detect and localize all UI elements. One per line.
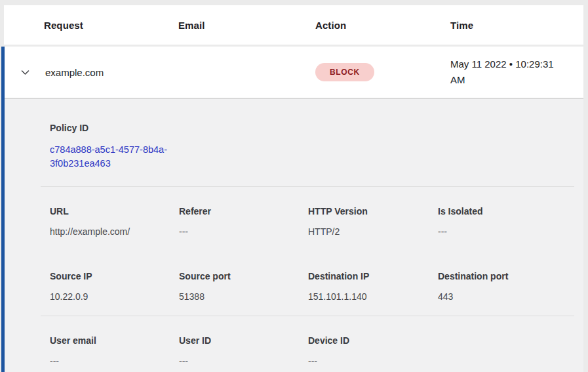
detail-field-is-isolated: Is Isolated --- — [438, 206, 583, 237]
field-label: Is Isolated — [438, 206, 583, 217]
field-label: Referer — [179, 206, 308, 217]
field-value: 151.101.1.140 — [308, 291, 438, 302]
detail-row-user: User email --- User ID --- Device ID --- — [5, 335, 583, 366]
field-value: --- — [179, 226, 308, 237]
detail-field-device-id: Device ID --- — [308, 335, 438, 366]
field-value: 51388 — [179, 291, 308, 302]
field-label: Destination IP — [308, 271, 438, 281]
policy-id-link[interactable]: c784a888-a5c1-4577-8b4a-3f0b231ea463 — [50, 143, 184, 171]
section-divider — [41, 316, 574, 316]
action-cell: BLOCK — [315, 63, 450, 81]
policy-id-label: Policy ID — [50, 123, 583, 133]
field-value: --- — [308, 356, 438, 366]
column-header-request: Request — [44, 20, 178, 31]
detail-panel: Policy ID c784a888-a5c1-4577-8b4a-3f0b23… — [5, 98, 583, 372]
column-header-action: Action — [315, 20, 450, 31]
detail-row-http: URL http://example.com/ Referer --- HTTP… — [5, 206, 583, 237]
timestamp: May 11 2022 • 10:29:31 AM — [450, 56, 568, 88]
detail-field-source-port: Source port 51388 — [179, 271, 308, 302]
field-value: 443 — [438, 291, 583, 302]
detail-field-http-version: HTTP Version HTTP/2 — [308, 206, 438, 237]
detail-field-url: URL http://example.com/ — [50, 206, 179, 237]
field-value: HTTP/2 — [308, 226, 438, 237]
field-label: Source IP — [50, 271, 179, 281]
chevron-down-icon — [20, 67, 31, 78]
detail-field-user-email: User email --- — [50, 335, 179, 366]
field-label: HTTP Version — [308, 206, 438, 217]
field-label: Device ID — [308, 335, 438, 346]
field-label: User ID — [179, 335, 308, 346]
field-label: Source port — [179, 271, 308, 281]
field-value: --- — [50, 356, 179, 366]
expanded-row-container: example.com BLOCK May 11 2022 • 10:29:31… — [1, 47, 583, 372]
policy-id-section: Policy ID c784a888-a5c1-4577-8b4a-3f0b23… — [5, 123, 583, 171]
field-label: Destination port — [438, 271, 583, 281]
table-header: Request Email Action Time — [4, 5, 583, 45]
column-header-time: Time — [450, 20, 583, 31]
field-value: --- — [179, 356, 308, 366]
field-value: http://example.com/ — [50, 226, 179, 237]
field-label: User email — [50, 335, 179, 346]
detail-field-user-id: User ID --- — [179, 335, 308, 366]
field-value: --- — [438, 226, 583, 237]
column-header-email: Email — [178, 20, 315, 31]
logs-table: Request Email Action Time example.com BL… — [1, 5, 583, 372]
request-domain: example.com — [45, 67, 178, 78]
block-status-badge: BLOCK — [315, 63, 374, 81]
log-row[interactable]: example.com BLOCK May 11 2022 • 10:29:31… — [5, 47, 583, 98]
expand-collapse-toggle[interactable] — [5, 67, 45, 78]
detail-field-source-ip: Source IP 10.22.0.9 — [50, 271, 179, 302]
section-divider — [41, 186, 574, 187]
detail-field-referer: Referer --- — [179, 206, 308, 237]
field-label: URL — [50, 206, 179, 217]
detail-field-destination-ip: Destination IP 151.101.1.140 — [308, 271, 438, 302]
field-value: 10.22.0.9 — [50, 291, 179, 302]
detail-row-network: Source IP 10.22.0.9 Source port 51388 De… — [5, 271, 583, 302]
detail-field-destination-port: Destination port 443 — [438, 271, 583, 302]
detail-field-empty — [438, 335, 583, 366]
